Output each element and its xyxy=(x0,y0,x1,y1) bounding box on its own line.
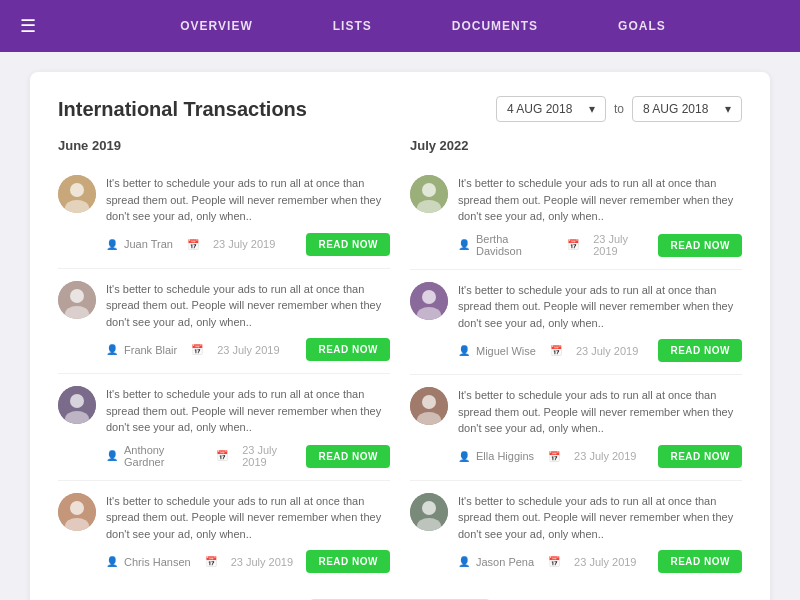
read-now-button[interactable]: READ NOW xyxy=(306,338,390,361)
tx-author: Juan Tran xyxy=(124,238,173,250)
left-column: June 2019 It's better to schedule your a… xyxy=(58,138,390,585)
card-header: International Transactions 4 AUG 2018 ▾ … xyxy=(58,96,742,122)
calendar-icon: 📅 xyxy=(548,556,560,567)
read-now-button[interactable]: READ NOW xyxy=(658,339,742,362)
avatar xyxy=(410,493,448,531)
tx-meta: 👤 Bertha Davidson 📅 23 July 2019 READ NO… xyxy=(458,233,742,257)
tx-content: It's better to schedule your ads to run … xyxy=(458,282,742,363)
tx-date: 23 July 2019 xyxy=(593,233,652,257)
avatar xyxy=(58,493,96,531)
calendar-icon: 📅 xyxy=(187,239,199,250)
tx-meta: 👤 Juan Tran 📅 23 July 2019 READ NOW xyxy=(106,233,390,256)
calendar-icon: 📅 xyxy=(191,344,203,355)
tx-author: Miguel Wise xyxy=(476,345,536,357)
transaction-item: It's better to schedule your ads to run … xyxy=(410,270,742,376)
read-now-button[interactable]: READ NOW xyxy=(306,550,390,573)
tx-author: Chris Hansen xyxy=(124,556,191,568)
transaction-item: It's better to schedule your ads to run … xyxy=(58,481,390,586)
tx-meta: 👤 Ella Higgins 📅 23 July 2019 READ NOW xyxy=(458,445,742,468)
avatar xyxy=(58,281,96,319)
calendar-icon: 📅 xyxy=(550,345,562,356)
transaction-item: It's better to schedule your ads to run … xyxy=(410,163,742,270)
chevron-down-icon: ▾ xyxy=(725,102,731,116)
tx-content: It's better to schedule your ads to run … xyxy=(458,387,742,468)
right-col-title: July 2022 xyxy=(410,138,742,153)
tx-content: It's better to schedule your ads to run … xyxy=(458,175,742,257)
tx-meta: 👤 Jason Pena 📅 23 July 2019 READ NOW xyxy=(458,550,742,573)
tx-date: 23 July 2019 xyxy=(242,444,300,468)
tx-date: 23 July 2019 xyxy=(574,450,636,462)
transaction-item: It's better to schedule your ads to run … xyxy=(58,374,390,481)
tx-date: 23 July 2019 xyxy=(231,556,293,568)
tx-meta: 👤 Chris Hansen 📅 23 July 2019 READ NOW xyxy=(106,550,390,573)
tx-author: Jason Pena xyxy=(476,556,534,568)
read-now-button[interactable]: READ NOW xyxy=(306,233,390,256)
tx-author: Anthony Gardner xyxy=(124,444,202,468)
read-now-button[interactable]: READ NOW xyxy=(658,550,742,573)
hamburger-icon[interactable]: ☰ xyxy=(20,15,36,37)
tx-content: It's better to schedule your ads to run … xyxy=(106,386,390,468)
tx-description: It's better to schedule your ads to run … xyxy=(106,281,390,331)
tx-author: Ella Higgins xyxy=(476,450,534,462)
columns-container: June 2019 It's better to schedule your a… xyxy=(58,138,742,585)
avatar xyxy=(58,386,96,424)
tx-content: It's better to schedule your ads to run … xyxy=(106,493,390,574)
read-now-button[interactable]: READ NOW xyxy=(658,234,742,257)
calendar-icon: 📅 xyxy=(548,451,560,462)
transaction-item: It's better to schedule your ads to run … xyxy=(410,375,742,481)
nav-documents[interactable]: DOCUMENTS xyxy=(412,19,578,33)
transaction-item: It's better to schedule your ads to run … xyxy=(58,163,390,269)
tx-author: Frank Blair xyxy=(124,344,177,356)
svg-point-4 xyxy=(70,289,84,303)
svg-point-22 xyxy=(422,501,436,515)
tx-content: It's better to schedule your ads to run … xyxy=(106,281,390,362)
left-col-title: June 2019 xyxy=(58,138,390,153)
date-to-label: to xyxy=(614,102,624,116)
transaction-item: It's better to schedule your ads to run … xyxy=(410,481,742,586)
tx-content: It's better to schedule your ads to run … xyxy=(458,493,742,574)
avatar xyxy=(410,175,448,213)
svg-point-1 xyxy=(70,183,84,197)
tx-author: Bertha Davidson xyxy=(476,233,553,257)
nav-overview[interactable]: OVERVIEW xyxy=(140,19,292,33)
svg-point-10 xyxy=(70,501,84,515)
right-items-list: It's better to schedule your ads to run … xyxy=(410,163,742,585)
avatar xyxy=(58,175,96,213)
svg-point-13 xyxy=(422,183,436,197)
tx-meta: 👤 Anthony Gardner 📅 23 July 2019 READ NO… xyxy=(106,444,390,468)
user-icon: 👤 xyxy=(458,345,470,356)
user-icon: 👤 xyxy=(106,344,118,355)
nav-goals[interactable]: GOALS xyxy=(578,19,706,33)
user-icon: 👤 xyxy=(106,239,118,250)
tx-date: 23 July 2019 xyxy=(574,556,636,568)
tx-description: It's better to schedule your ads to run … xyxy=(106,493,390,543)
user-icon: 👤 xyxy=(106,450,118,461)
read-now-button[interactable]: READ NOW xyxy=(658,445,742,468)
main-content: International Transactions 4 AUG 2018 ▾ … xyxy=(0,52,800,600)
tx-description: It's better to schedule your ads to run … xyxy=(458,175,742,225)
svg-point-19 xyxy=(422,395,436,409)
avatar xyxy=(410,387,448,425)
card-title: International Transactions xyxy=(58,98,307,121)
user-icon: 👤 xyxy=(106,556,118,567)
date-filters: 4 AUG 2018 ▾ to 8 AUG 2018 ▾ xyxy=(496,96,742,122)
svg-point-7 xyxy=(70,394,84,408)
tx-meta: 👤 Frank Blair 📅 23 July 2019 READ NOW xyxy=(106,338,390,361)
calendar-icon: 📅 xyxy=(216,450,228,461)
date-from-select[interactable]: 4 AUG 2018 ▾ xyxy=(496,96,606,122)
tx-description: It's better to schedule your ads to run … xyxy=(458,387,742,437)
right-column: July 2022 It's better to schedule your a… xyxy=(410,138,742,585)
date-to-select[interactable]: 8 AUG 2018 ▾ xyxy=(632,96,742,122)
read-now-button[interactable]: READ NOW xyxy=(306,445,390,468)
nav-lists[interactable]: LISTS xyxy=(293,19,412,33)
tx-description: It's better to schedule your ads to run … xyxy=(458,282,742,332)
tx-description: It's better to schedule your ads to run … xyxy=(106,386,390,436)
tx-date: 23 July 2019 xyxy=(213,238,275,250)
avatar xyxy=(410,282,448,320)
user-icon: 👤 xyxy=(458,451,470,462)
user-icon: 👤 xyxy=(458,239,470,250)
tx-content: It's better to schedule your ads to run … xyxy=(106,175,390,256)
tx-date: 23 July 2019 xyxy=(217,344,279,356)
user-icon: 👤 xyxy=(458,556,470,567)
tx-description: It's better to schedule your ads to run … xyxy=(458,493,742,543)
